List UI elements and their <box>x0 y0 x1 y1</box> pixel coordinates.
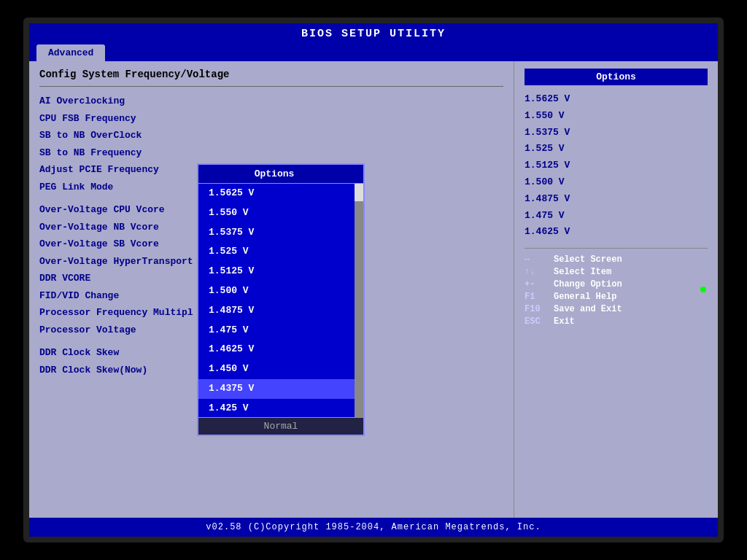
key-f1: F1 <box>525 292 554 302</box>
monitor: BIOS SETUP UTILITY Advanced Config Syste… <box>23 18 724 542</box>
dropdown-item-0[interactable]: 1.5625 V <box>198 184 363 203</box>
dropdown-scroll[interactable]: 1.5625 V 1.550 V 1.5375 V 1.525 V 1.5125… <box>198 184 363 417</box>
dropdown-item-6[interactable]: 1.4875 V <box>198 301 363 321</box>
bios-title: BIOS SETUP UTILITY <box>29 23 718 44</box>
dropdown-title: Options <box>255 168 295 179</box>
right-option-2: 1.5375 V <box>525 125 708 141</box>
right-option-4: 1.5125 V <box>525 158 708 174</box>
right-option-1: 1.550 V <box>525 108 708 125</box>
main-content: Config System Frequency/Voltage AI Overc… <box>29 61 718 518</box>
key-desc-save-exit: Save and Exit <box>554 304 622 314</box>
dropdown-header: Options <box>198 165 363 184</box>
dropdown-item-8[interactable]: 1.4625 V <box>198 340 363 359</box>
key-desc-esc: Exit <box>554 316 575 327</box>
right-option-7: 1.475 V <box>525 208 708 225</box>
right-option-8: 1.4625 V <box>525 224 708 241</box>
key-desc-select-screen: Select Screen <box>554 254 622 265</box>
keybind-section: ↔ Select Screen ↑↓ Select Item +- Change… <box>525 248 708 327</box>
key-f10: F10 <box>525 304 554 314</box>
right-option-5: 1.500 V <box>525 174 708 191</box>
tab-bar: Advanced <box>29 44 718 61</box>
dropdown-item-11[interactable]: 1.425 V <box>198 399 363 417</box>
menu-item-sb-nb-overclock[interactable]: SB to NB OverClock <box>39 127 503 144</box>
keybind-select-item: ↑↓ Select Item <box>525 267 708 277</box>
keybind-change-option: +- Change Option <box>525 279 708 289</box>
dropdown-item-9[interactable]: 1.450 V <box>198 359 363 379</box>
right-options-header: Options <box>525 69 708 85</box>
section-title: Config System Frequency/Voltage <box>39 69 503 80</box>
dropdown-item-2[interactable]: 1.5375 V <box>198 223 363 243</box>
tab-advanced[interactable]: Advanced <box>36 44 105 61</box>
menu-item-sb-nb-freq[interactable]: SB to NB Frequency <box>39 144 503 162</box>
dropdown-footer: Normal <box>198 417 363 435</box>
keybind-esc: ESC Exit <box>525 316 708 327</box>
menu-item-ai-overclocking[interactable]: AI Overclocking <box>39 93 503 110</box>
right-panel: Options 1.5625 V 1.550 V 1.5375 V 1.525 … <box>514 61 718 518</box>
green-indicator-dot <box>700 287 706 292</box>
keybind-save-exit: F10 Save and Exit <box>525 304 708 314</box>
key-arrows-lr: ↔ <box>525 254 554 265</box>
dropdown-scrollbar[interactable] <box>355 184 363 417</box>
right-option-0: 1.5625 V <box>525 91 708 108</box>
menu-item-cpu-fsb[interactable]: CPU FSB Frequency <box>39 110 503 128</box>
dropdown-item-3[interactable]: 1.525 V <box>198 242 363 262</box>
dropdown-item-10[interactable]: 1.4375 V <box>198 379 363 399</box>
key-esc: ESC <box>525 316 554 327</box>
key-arrows-ud: ↑↓ <box>525 267 554 277</box>
dropdown-item-7[interactable]: 1.475 V <box>198 321 363 341</box>
key-plus-minus: +- <box>525 279 554 289</box>
right-option-6: 1.4875 V <box>525 191 708 208</box>
right-option-3: 1.525 V <box>525 141 708 158</box>
keybind-general-help: F1 General Help <box>525 292 708 302</box>
right-options-list: 1.5625 V 1.550 V 1.5375 V 1.525 V 1.5125… <box>525 91 708 241</box>
left-panel: Config System Frequency/Voltage AI Overc… <box>29 61 514 518</box>
dropdown-overlay: Options 1.5625 V 1.550 V 1.5375 V 1.525 … <box>197 163 365 436</box>
key-desc-select-item: Select Item <box>554 267 611 277</box>
dropdown-item-4[interactable]: 1.5125 V <box>198 262 363 281</box>
dropdown-scrollbar-thumb[interactable] <box>355 184 363 201</box>
dropdown-item-5[interactable]: 1.500 V <box>198 281 363 301</box>
key-desc-general-help: General Help <box>554 292 616 302</box>
dropdown-item-1[interactable]: 1.550 V <box>198 203 363 223</box>
keybind-select-screen: ↔ Select Screen <box>525 254 708 265</box>
key-desc-change-option: Change Option <box>554 279 622 289</box>
footer-bar: v02.58 (C)Copyright 1985-2004, American … <box>29 518 718 537</box>
